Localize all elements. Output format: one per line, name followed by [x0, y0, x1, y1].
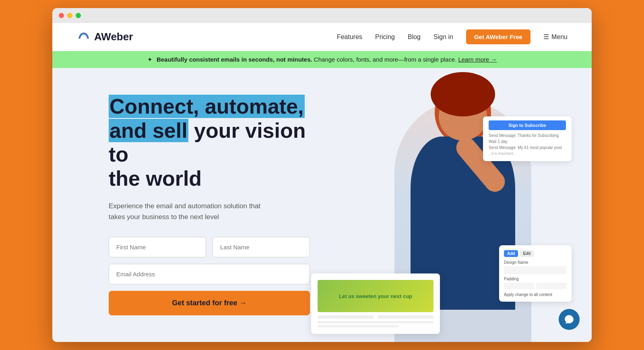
hero-content: Connect, automate, and sell your vision …: [109, 95, 310, 316]
maximize-button[interactable]: [76, 13, 81, 18]
banner-normal-text: Change colors, fonts, and more—from a si…: [314, 56, 456, 63]
subscribe-msg2: Send Message: My #1 most popular post: [489, 145, 566, 150]
hero-subtitle: Experience the email and automation solu…: [109, 201, 278, 222]
nav-features[interactable]: Features: [337, 33, 362, 40]
svg-point-0: [76, 30, 91, 44]
email-input[interactable]: [109, 264, 310, 284]
banner-icon: ✦: [147, 56, 153, 63]
edit-card-label1: Design Name: [504, 260, 567, 265]
banner-bold-text: Beautifully consistent emails in seconds…: [157, 56, 312, 63]
nav-menu-button[interactable]: ☰ Menu: [543, 33, 568, 41]
email-template-body: [318, 315, 433, 327]
hero-image-area: Sign to Subscribe Send Message: Thanks f…: [295, 68, 592, 342]
banner-learn-more-link[interactable]: Learn more →: [458, 56, 497, 63]
edit-ui-card: Add Edit Design Name Padding Apply chang…: [499, 245, 572, 302]
edit-btn-edit: Edit: [520, 250, 534, 257]
email-template-card: Let us sweeten your next cup: [311, 273, 440, 334]
logo-text: AWeber: [94, 31, 133, 43]
subscribe-button-mock: Sign to Subscribe: [489, 120, 566, 130]
subscribe-msg1: Send Message: Thanks for Subscribing: [489, 133, 566, 138]
hero-title-highlight2: and sell: [109, 119, 188, 142]
edit-card-label3: Apply change to all content: [504, 292, 567, 297]
navbar: AWeber Features Pricing Blog Sign in Get…: [52, 23, 592, 51]
minimize-button[interactable]: [67, 13, 72, 18]
nav-blog[interactable]: Blog: [408, 33, 421, 40]
announcement-banner: ✦ Beautifully consistent emails in secon…: [52, 51, 592, 68]
browser-chrome: [52, 8, 592, 23]
aweber-logo-icon: [76, 30, 91, 44]
logo[interactable]: AWeber: [76, 30, 133, 44]
hero-title-highlight1: Connect, automate,: [109, 95, 305, 118]
subscribe-card: Sign to Subscribe Send Message: Thanks f…: [483, 116, 572, 161]
nav-links: Features Pricing Blog Sign in Get AWeber…: [337, 33, 568, 41]
menu-label: Menu: [551, 33, 568, 41]
get-started-button[interactable]: Get started for free →: [109, 291, 310, 315]
subscribe-extra: ...it is important...: [489, 151, 566, 155]
nav-signin[interactable]: Sign in: [433, 33, 453, 40]
chat-icon: [564, 314, 574, 325]
last-name-input[interactable]: [213, 237, 310, 257]
hero-title: Connect, automate, and sell your vision …: [109, 95, 310, 191]
hero-section: Connect, automate, and sell your vision …: [52, 68, 592, 342]
form-name-row: [109, 237, 310, 257]
chat-bubble-button[interactable]: [559, 309, 580, 330]
edit-btn-add: Add: [504, 250, 518, 257]
edit-card-label2: Padding: [504, 277, 567, 281]
subscribe-wait: Wait 1 day: [489, 139, 566, 144]
close-button[interactable]: [59, 13, 64, 18]
email-template-image: Let us sweeten your next cup: [318, 280, 433, 312]
nav-pricing[interactable]: Pricing: [375, 33, 395, 40]
nav-cta-button[interactable]: Get AWeber Free: [466, 29, 530, 44]
hamburger-icon: ☰: [543, 33, 549, 41]
browser-window: AWeber Features Pricing Blog Sign in Get…: [52, 8, 592, 342]
first-name-input[interactable]: [109, 237, 206, 257]
